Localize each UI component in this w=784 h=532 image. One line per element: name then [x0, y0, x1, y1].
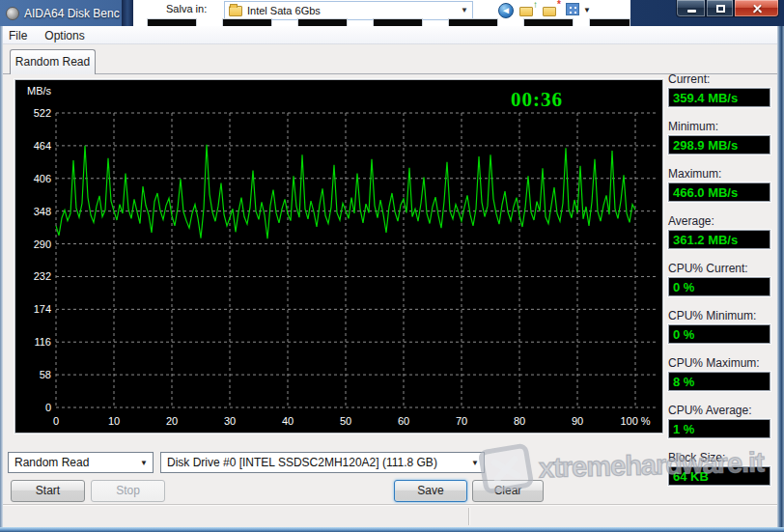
stat-value: 8 % — [668, 372, 770, 391]
stat-value: 298.9 MB/s — [668, 135, 770, 154]
stat-group: Maximum:466.0 MB/s — [668, 167, 776, 202]
save-location-combobox[interactable]: Intel Sata 6Gbs ▼ — [224, 1, 473, 20]
stat-label: CPU% Minimum: — [668, 309, 776, 322]
new-folder-icon[interactable]: * — [543, 3, 559, 17]
svg-text:20: 20 — [166, 415, 178, 427]
status-bar — [0, 504, 784, 527]
stat-value: 64 KB — [668, 466, 770, 486]
window-controls — [676, 0, 779, 17]
save-location-value: Intel Sata 6Gbs — [247, 5, 321, 16]
title-bar[interactable]: AIDA64 Disk Bench Salva in: Intel Sata 6… — [0, 0, 784, 26]
stat-group: Block Size:64 KB — [668, 451, 776, 486]
minimize-button[interactable] — [676, 0, 706, 17]
menu-file[interactable]: File — [0, 27, 36, 45]
views-dropdown-arrow-icon[interactable]: ▼ — [583, 6, 591, 14]
svg-text:30: 30 — [224, 415, 236, 427]
folder-glyph — [519, 7, 533, 16]
close-button[interactable] — [734, 0, 779, 17]
svg-text:100 %: 100 % — [620, 415, 650, 427]
file-thumbnail[interactable] — [297, 18, 348, 26]
svg-text:348: 348 — [34, 206, 51, 217]
svg-text:MB/s: MB/s — [27, 85, 52, 97]
status-bar-divider — [468, 508, 469, 525]
svg-text:10: 10 — [108, 415, 120, 427]
app-icon — [6, 7, 19, 20]
benchmark-chart: 0581161742322903484064645220102030405060… — [14, 79, 663, 434]
stat-label: Maximum: — [668, 167, 776, 181]
menu-options[interactable]: Options — [36, 27, 93, 45]
stat-label: Minimum: — [668, 120, 776, 133]
up-folder-icon[interactable]: ↑ — [519, 3, 536, 17]
stat-group: Average:361.2 MB/s — [668, 214, 776, 249]
stat-value: 361.2 MB/s — [668, 230, 770, 249]
window-title: AIDA64 Disk Bench — [24, 7, 120, 20]
svg-text:406: 406 — [34, 173, 51, 184]
svg-text:174: 174 — [34, 303, 51, 315]
up-arrow-glyph: ↑ — [533, 0, 538, 10]
dropdown-arrow-icon[interactable]: ▼ — [140, 459, 148, 467]
svg-text:90: 90 — [572, 415, 583, 427]
stat-label: CPU% Maximum: — [668, 356, 776, 370]
sparkle-glyph: * — [557, 0, 561, 10]
svg-text:0: 0 — [53, 415, 59, 427]
svg-text:70: 70 — [456, 415, 467, 427]
stat-group: CPU% Minimum:0 % — [668, 309, 776, 344]
svg-text:522: 522 — [34, 107, 51, 119]
stat-group: Minimum:298.9 MB/s — [668, 120, 776, 154]
save-dialog-fragment: Salva in: Intel Sata 6Gbs ▼ ◄ ↑ * ▼ — [122, 0, 630, 26]
dropdown-arrow-icon[interactable]: ▼ — [461, 6, 468, 14]
maximize-button[interactable] — [706, 0, 734, 17]
views-icon[interactable] — [566, 3, 579, 15]
stop-button[interactable]: Stop — [91, 480, 165, 502]
drive-value: Disk Drive #0 [INTEL SSDSC2MH120A2] (111… — [167, 456, 437, 469]
svg-text:80: 80 — [514, 415, 525, 427]
file-thumbnail[interactable] — [589, 18, 630, 26]
stat-value: 466.0 MB/s — [668, 182, 770, 202]
window-frame-right — [777, 26, 784, 527]
folder-icon — [229, 6, 242, 16]
benchmark-line-chart: 0581161742322903484064645220102030405060… — [15, 80, 662, 433]
dropdown-arrow-icon[interactable]: ▼ — [471, 459, 479, 467]
test-type-value: Random Read — [14, 456, 89, 469]
test-type-combobox[interactable]: Random Read ▼ — [8, 452, 154, 473]
stat-label: CPU% Current: — [668, 262, 776, 275]
save-button[interactable]: Save — [394, 480, 467, 502]
svg-text:116: 116 — [34, 336, 51, 348]
svg-text:290: 290 — [34, 238, 51, 250]
svg-text:40: 40 — [282, 415, 294, 427]
file-thumbnail[interactable] — [448, 18, 498, 26]
file-thumbnail[interactable] — [222, 18, 272, 26]
svg-text:58: 58 — [40, 369, 51, 380]
save-in-label: Salva in: — [166, 3, 207, 14]
svg-text:232: 232 — [34, 270, 51, 282]
stat-value: 0 % — [668, 324, 770, 344]
stat-label: Average: — [668, 214, 776, 228]
stat-value: 1 % — [668, 419, 770, 438]
clear-button[interactable]: Clear — [472, 480, 544, 502]
svg-text:464: 464 — [34, 140, 51, 152]
svg-text:0: 0 — [45, 402, 51, 413]
window-frame-bottom — [0, 527, 784, 532]
tab-random-read[interactable]: Random Read — [10, 49, 96, 74]
svg-text:60: 60 — [398, 415, 409, 427]
stats-panel: Current:359.4 MB/sMinimum:298.9 MB/sMaxi… — [668, 72, 776, 498]
start-button[interactable]: Start — [11, 480, 85, 502]
file-thumbnail[interactable] — [523, 18, 574, 26]
file-thumbnail[interactable] — [373, 18, 423, 26]
drive-combobox[interactable]: Disk Drive #0 [INTEL SSDSC2MH120A2] (111… — [160, 452, 485, 473]
elapsed-time: 00:36 — [511, 88, 563, 111]
folder-glyph — [543, 7, 556, 16]
menu-bar: FileOptions — [0, 26, 784, 44]
aida64-disk-benchmark-window: AIDA64 Disk Bench Salva in: Intel Sata 6… — [0, 0, 784, 532]
stat-value: 359.4 MB/s — [668, 88, 770, 107]
title-bar-left: AIDA64 Disk Bench — [6, 4, 120, 22]
stat-label: Current: — [668, 72, 776, 86]
window-frame-left — [0, 26, 3, 527]
stat-group: CPU% Average:1 % — [668, 404, 776, 438]
tab-page-border — [3, 73, 778, 74]
back-icon[interactable]: ◄ — [498, 3, 514, 18]
file-thumbnail[interactable] — [147, 18, 197, 26]
svg-text:50: 50 — [340, 415, 351, 427]
stat-group: CPU% Current:0 % — [668, 262, 776, 296]
file-list-strip — [122, 18, 630, 26]
